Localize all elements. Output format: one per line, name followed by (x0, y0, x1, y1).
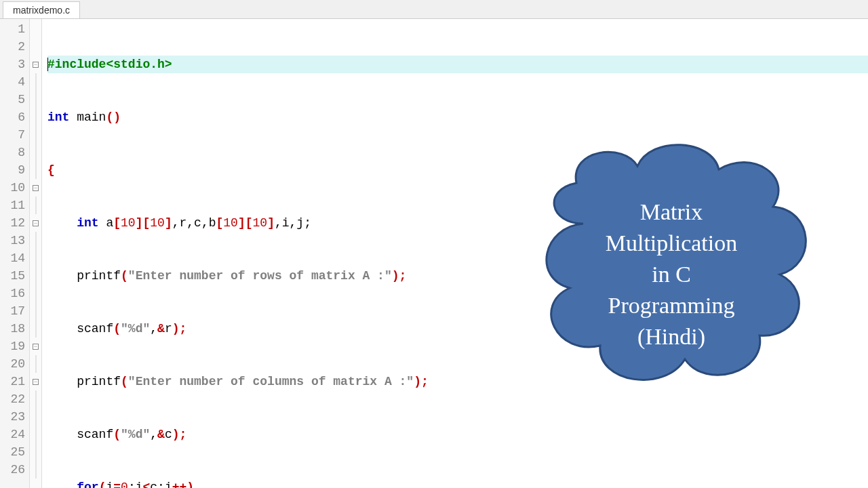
line-number: 19 (0, 338, 29, 355)
line-number: 24 (0, 426, 29, 443)
fold-empty (30, 38, 41, 56)
fold-guide (30, 408, 41, 426)
fold-empty (30, 20, 41, 38)
fold-toggle-icon[interactable]: − (30, 179, 41, 197)
line-number: 16 (0, 285, 29, 302)
file-tab[interactable]: matrixdemo.c (3, 1, 80, 18)
code-area[interactable]: #include<stdio.h> int main() { int a[10]… (42, 19, 868, 488)
line-number: 20 (0, 355, 29, 373)
fold-guide (30, 302, 41, 320)
fold-toggle-icon[interactable]: − (30, 56, 41, 73)
fold-guide (30, 461, 41, 479)
line-number: 15 (0, 267, 29, 285)
code-line[interactable]: int a[10][10],r,c,b[10][10],i,j; (47, 214, 868, 232)
line-number: 23 (0, 408, 29, 426)
line-number: 14 (0, 249, 29, 267)
fold-guide (30, 108, 41, 126)
line-number: 22 (0, 390, 29, 408)
code-line[interactable]: scanf("%d",&r); (47, 320, 868, 338)
line-number: 7 (0, 126, 29, 144)
fold-toggle-icon[interactable]: − (30, 338, 41, 355)
fold-guide (30, 144, 41, 161)
fold-guide (30, 249, 41, 267)
fold-column: −−−−− (30, 19, 42, 488)
line-number: 17 (0, 302, 29, 320)
line-number: 3 (0, 56, 29, 73)
fold-toggle-icon[interactable]: − (30, 214, 41, 232)
fold-guide (30, 73, 41, 91)
line-number: 8 (0, 144, 29, 161)
code-line[interactable]: { (47, 161, 868, 179)
fold-guide (30, 126, 41, 144)
line-number: 21 (0, 373, 29, 390)
fold-guide (30, 197, 41, 214)
line-number: 11 (0, 197, 29, 214)
fold-toggle-icon[interactable]: − (30, 373, 41, 390)
fold-guide (30, 161, 41, 179)
tab-bar: matrixdemo.c (0, 0, 868, 19)
line-number: 6 (0, 108, 29, 126)
code-line[interactable]: for(i=0;i<c;i++) (47, 479, 868, 488)
fold-guide (30, 267, 41, 285)
line-number-gutter: 1234567891011121314151617181920212223242… (0, 19, 30, 488)
fold-guide (30, 91, 41, 108)
fold-guide (30, 355, 41, 373)
code-line[interactable]: #include<stdio.h> (47, 56, 868, 73)
line-number: 18 (0, 320, 29, 338)
line-number: 10 (0, 179, 29, 197)
line-number: 5 (0, 91, 29, 108)
fold-guide (30, 443, 41, 461)
line-number: 26 (0, 461, 29, 479)
fold-guide (30, 390, 41, 408)
fold-guide (30, 232, 41, 249)
code-line[interactable]: printf("Enter number of columns of matri… (47, 373, 868, 390)
code-editor[interactable]: 1234567891011121314151617181920212223242… (0, 19, 868, 488)
line-number: 12 (0, 214, 29, 232)
code-line[interactable]: int main() (47, 108, 868, 126)
fold-guide (30, 320, 41, 338)
line-number: 9 (0, 161, 29, 179)
code-line[interactable]: printf("Enter number of rows of matrix A… (47, 267, 868, 285)
fold-guide (30, 285, 41, 302)
line-number: 1 (0, 20, 29, 38)
fold-guide (30, 426, 41, 443)
line-number: 2 (0, 38, 29, 56)
line-number: 4 (0, 73, 29, 91)
line-number: 13 (0, 232, 29, 249)
line-number: 25 (0, 443, 29, 461)
code-line[interactable]: scanf("%d",&c); (47, 426, 868, 443)
